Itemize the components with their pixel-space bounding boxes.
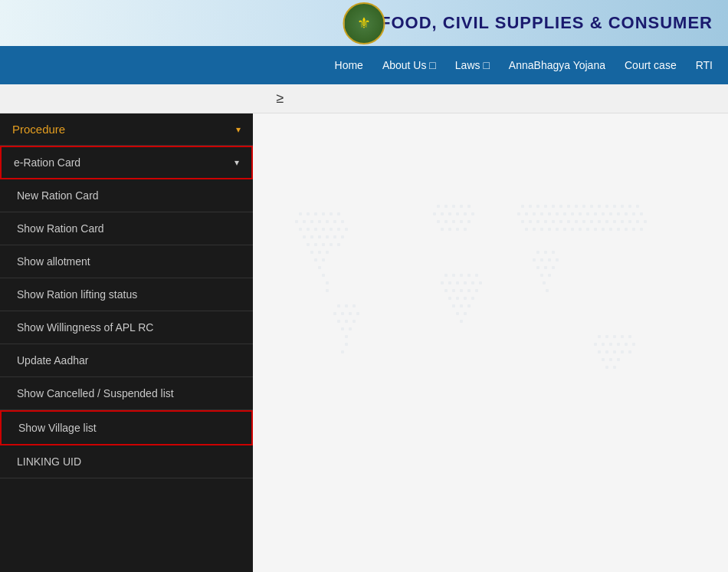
nav-rti[interactable]: RTI <box>696 59 713 71</box>
svg-rect-2 <box>314 212 317 215</box>
svg-rect-176 <box>625 343 628 346</box>
svg-rect-42 <box>452 205 455 208</box>
sidebar-item[interactable]: Update Aadhar <box>0 344 253 377</box>
svg-rect-51 <box>437 220 440 223</box>
procedure-label: Procedure <box>12 123 65 136</box>
nav-home[interactable]: Home <box>335 59 363 71</box>
svg-rect-187 <box>613 366 616 369</box>
svg-rect-120 <box>602 228 605 231</box>
svg-rect-69 <box>590 205 593 208</box>
svg-rect-56 <box>441 228 444 231</box>
svg-rect-58 <box>456 228 459 231</box>
svg-rect-68 <box>582 205 585 208</box>
svg-rect-148 <box>467 304 471 307</box>
svg-rect-138 <box>452 289 455 292</box>
svg-rect-114 <box>556 228 559 231</box>
svg-rect-57 <box>448 228 451 231</box>
svg-rect-124 <box>632 228 635 231</box>
svg-rect-109 <box>644 220 647 223</box>
svg-rect-115 <box>563 228 566 231</box>
nav-annabhagya[interactable]: AnnaBhagya Yojana <box>509 59 605 71</box>
svg-rect-122 <box>617 228 620 231</box>
navbar: Home About Us □ Laws □ AnnaBhagya Yojana… <box>0 46 728 84</box>
world-map-background <box>253 113 728 572</box>
svg-rect-75 <box>636 205 639 208</box>
svg-rect-119 <box>594 228 597 231</box>
svg-rect-31 <box>310 251 313 254</box>
sidebar-erationcard[interactable]: e-Ration Card ▾ <box>0 146 253 179</box>
sidebar-village-list[interactable]: Show Village list <box>0 410 253 445</box>
svg-rect-59 <box>464 228 467 231</box>
sidebar-item[interactable]: Show Ration Card <box>0 212 253 245</box>
sidebar-item[interactable]: Show Willingness of APL RC <box>0 311 253 344</box>
svg-rect-41 <box>444 205 448 208</box>
svg-rect-177 <box>632 343 635 346</box>
svg-rect-185 <box>617 358 620 361</box>
svg-rect-24 <box>333 235 336 238</box>
svg-rect-8 <box>310 220 313 223</box>
svg-rect-35 <box>322 258 325 261</box>
svg-rect-21 <box>310 235 313 238</box>
svg-rect-150 <box>464 312 467 315</box>
sidebar-procedure[interactable]: Procedure ▾ <box>0 113 253 146</box>
svg-rect-97 <box>552 220 555 223</box>
svg-rect-163 <box>349 327 352 330</box>
svg-rect-113 <box>548 228 551 231</box>
svg-rect-143 <box>456 297 459 300</box>
svg-rect-13 <box>299 228 302 231</box>
svg-rect-193 <box>548 258 551 261</box>
svg-rect-153 <box>345 304 348 307</box>
svg-rect-196 <box>544 266 547 269</box>
svg-rect-99 <box>567 220 570 223</box>
svg-rect-70 <box>598 205 601 208</box>
svg-rect-12 <box>341 220 344 223</box>
svg-rect-101 <box>582 220 585 223</box>
svg-rect-154 <box>353 304 356 307</box>
svg-rect-164 <box>345 335 348 338</box>
svg-rect-135 <box>471 281 474 284</box>
header-logo: ⚜ <box>343 2 385 44</box>
svg-rect-95 <box>536 220 539 223</box>
svg-rect-123 <box>625 228 628 231</box>
svg-rect-158 <box>356 312 359 315</box>
svg-rect-190 <box>552 251 555 254</box>
svg-rect-156 <box>341 312 344 315</box>
svg-rect-197 <box>552 266 555 269</box>
svg-rect-82 <box>563 212 566 215</box>
svg-rect-50 <box>471 212 474 215</box>
svg-rect-131 <box>441 281 444 284</box>
svg-rect-5 <box>337 212 340 215</box>
svg-rect-175 <box>617 343 620 346</box>
svg-rect-107 <box>628 220 631 223</box>
nav-laws[interactable]: Laws □ <box>455 59 490 71</box>
sidebar-item[interactable]: Show Cancelled / Suspended list <box>0 377 253 410</box>
svg-rect-142 <box>448 297 451 300</box>
sidebar-item[interactable]: New Ration Card <box>0 179 253 212</box>
svg-rect-98 <box>559 220 562 223</box>
svg-rect-167 <box>598 335 601 338</box>
svg-rect-6 <box>295 220 298 223</box>
svg-rect-36 <box>318 266 321 269</box>
sidebar-item[interactable]: LINKING UID <box>0 445 253 478</box>
sidebar-item[interactable]: Show allotment <box>0 245 253 278</box>
svg-rect-111 <box>533 228 536 231</box>
svg-rect-26 <box>307 243 310 246</box>
svg-rect-171 <box>628 335 631 338</box>
svg-rect-27 <box>314 243 317 246</box>
svg-rect-174 <box>609 343 612 346</box>
svg-rect-16 <box>322 228 325 231</box>
svg-rect-55 <box>467 220 471 223</box>
svg-rect-40 <box>437 205 440 208</box>
svg-rect-30 <box>337 243 340 246</box>
svg-rect-7 <box>303 220 306 223</box>
sidebar-toggle-icon[interactable]: ≤ <box>276 90 284 107</box>
svg-rect-157 <box>349 312 352 315</box>
sidebar-item[interactable]: Show Ration lifting status <box>0 278 253 311</box>
svg-rect-132 <box>448 281 451 284</box>
main-layout: Procedure ▾ e-Ration Card ▾ New Ration C… <box>0 113 728 572</box>
nav-court-case[interactable]: Court case <box>625 59 677 71</box>
svg-rect-133 <box>456 281 459 284</box>
nav-about-us[interactable]: About Us □ <box>382 59 436 71</box>
svg-rect-166 <box>341 350 344 353</box>
svg-rect-88 <box>609 212 612 215</box>
